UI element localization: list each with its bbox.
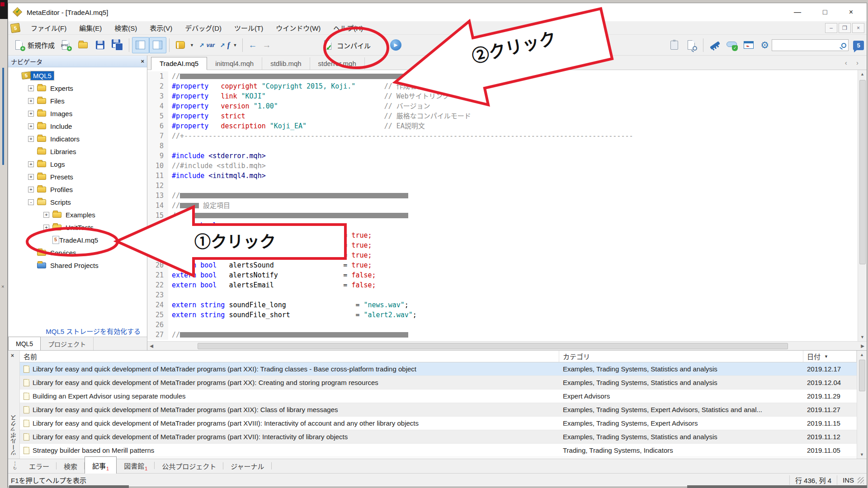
panel-mini-buttons[interactable]: ¦↻ <box>10 461 20 471</box>
column-header-name[interactable]: 名前 <box>20 351 559 362</box>
tree-item-include[interactable]: +Include <box>8 120 147 132</box>
paste-button[interactable] <box>666 37 683 53</box>
tree-item-profiles[interactable]: +Profiles <box>8 183 147 196</box>
menu-item-6[interactable]: ウインドウ(W) <box>269 23 327 34</box>
scrollbar-thumb[interactable] <box>198 343 788 349</box>
scroll-right-icon[interactable]: ▶ <box>859 343 867 348</box>
toolbox-tab-エラー[interactable]: エラー <box>22 459 57 473</box>
tree-item-indicators[interactable]: +Indicators <box>8 132 147 145</box>
insert-function-button[interactable]: ➚f▼ <box>217 38 240 52</box>
close-button[interactable]: × <box>849 8 853 16</box>
tree-item-services[interactable]: Services <box>8 246 147 259</box>
search-input[interactable] <box>772 39 849 51</box>
mdi-minimize-button[interactable]: – <box>825 23 837 33</box>
save-button[interactable] <box>92 37 109 53</box>
editor-tab-stderror-mqh[interactable]: stderror.mqh <box>310 57 365 70</box>
scrollbar-thumb[interactable] <box>859 80 866 264</box>
editor-horizontal-scrollbar[interactable]: ◀ ▶ <box>147 341 867 350</box>
menu-item-0[interactable]: ファイル(F) <box>24 23 73 34</box>
new-file-button[interactable]: + 新規作成 <box>11 37 57 53</box>
menu-item-3[interactable]: 表示(V) <box>143 23 179 34</box>
maximize-button[interactable]: □ <box>823 8 827 16</box>
tree-item-shared-projects[interactable]: Shared Projects <box>8 259 147 272</box>
navigate-forward-button[interactable]: → <box>259 38 274 52</box>
open-terminal-button[interactable] <box>741 37 758 53</box>
tree-expander-icon[interactable]: + <box>28 111 34 117</box>
table-row[interactable]: Library for easy and quick development o… <box>20 403 857 417</box>
styler-button[interactable] <box>706 37 723 53</box>
mql5-storage-link[interactable]: MQL5 ストレージを有効化する <box>8 325 147 337</box>
tree-item-images[interactable]: +Images <box>8 107 147 120</box>
tree-expander-icon[interactable]: + <box>28 161 34 167</box>
tree-item-presets[interactable]: +Presets <box>8 170 147 183</box>
tree-item-files[interactable]: +Files <box>8 94 147 107</box>
minimize-button[interactable]: — <box>794 8 801 16</box>
column-header-category[interactable]: カテゴリ <box>559 351 803 362</box>
tree-expander-icon[interactable]: + <box>28 123 34 129</box>
resize-grip[interactable] <box>858 477 864 483</box>
tree-expander-icon[interactable]: + <box>28 98 34 104</box>
scroll-down-icon[interactable]: ▼ <box>860 333 864 341</box>
table-row[interactable]: Library for easy and quick development o… <box>20 417 857 430</box>
toolbox-tab-図書館[interactable]: 図書館1 <box>117 459 155 474</box>
tree-item-scripts[interactable]: -Scripts <box>8 196 147 208</box>
navigator-tab-mql5[interactable]: MQL5 <box>8 337 41 350</box>
toolbox-vertical-scrollbar[interactable]: ▲ ▼ <box>857 351 867 459</box>
toolbox-close-icon[interactable]: × <box>11 352 14 359</box>
menu-item-7[interactable]: ヘルプ(H) <box>327 23 369 34</box>
start-debug-button[interactable]: ▶ <box>390 39 401 51</box>
table-row[interactable]: Building an Expert Advisor using separat… <box>20 389 857 403</box>
mql5-community-icon[interactable]: 5 <box>853 41 864 50</box>
navigator-close-icon[interactable]: × <box>141 58 144 65</box>
settings-button[interactable]: ⚙ <box>758 37 772 53</box>
table-row[interactable]: Strategy builder based on Merill pattern… <box>20 444 857 457</box>
editor-tab-stdlib-mqh[interactable]: stdlib.mqh <box>262 57 310 70</box>
tree-expander-icon[interactable]: + <box>28 85 34 91</box>
tree-item-logs[interactable]: +Logs <box>8 158 147 170</box>
code-editor[interactable]: 1//2#property copyright "Copyright 2015,… <box>147 70 858 341</box>
tree-item-libraries[interactable]: Libraries <box>8 145 147 158</box>
search-icon[interactable] <box>841 43 846 48</box>
toolbox-tab-記事[interactable]: 記事1 <box>85 456 117 474</box>
compile-button[interactable]: ✓ コンパイル <box>319 37 374 53</box>
tree-item-mql5[interactable]: 5MQL5 <box>8 69 147 82</box>
snippets-button[interactable]: ▼ <box>172 37 197 53</box>
navigate-back-button[interactable]: ← <box>245 38 259 52</box>
toolbox-tab-検索[interactable]: 検索 <box>57 459 85 473</box>
scroll-left-icon[interactable]: ◀ <box>147 343 156 348</box>
scroll-up-icon[interactable]: ▲ <box>860 70 864 78</box>
scroll-up-icon[interactable]: ▲ <box>860 351 864 359</box>
menu-item-4[interactable]: デバッグ(D) <box>179 23 228 34</box>
scroll-down-icon[interactable]: ▼ <box>860 450 864 459</box>
open-file-button[interactable] <box>75 37 92 53</box>
menu-item-1[interactable]: 編集(E) <box>73 23 108 34</box>
menu-item-2[interactable]: 検索(S) <box>108 23 143 34</box>
editor-vertical-scrollbar[interactable]: ▲ ▼ <box>858 70 867 341</box>
tab-scroll-chevrons[interactable]: ‹ › <box>845 59 862 66</box>
tree-expander-icon[interactable]: + <box>28 136 34 142</box>
mdi-close-button[interactable]: × <box>852 23 864 33</box>
navigator-tab-プロジェクト[interactable]: プロジェクト <box>41 337 94 350</box>
scrollbar-thumb[interactable] <box>859 360 865 391</box>
tree-item-examples[interactable]: +Examples <box>8 208 147 221</box>
tree-item-experts[interactable]: +Experts <box>8 82 147 94</box>
table-row[interactable]: Library for easy and quick development o… <box>20 430 857 444</box>
editor-tab-initmql4-mqh[interactable]: initmql4.mqh <box>207 57 262 70</box>
menu-item-5[interactable]: ツール(T) <box>228 23 269 34</box>
toggle-navigator-button[interactable] <box>132 37 149 53</box>
mdi-restore-button[interactable]: ❐ <box>839 23 851 33</box>
tree-expander-icon[interactable]: - <box>28 199 34 205</box>
tree-expander-icon[interactable]: + <box>28 187 34 192</box>
save-all-button[interactable] <box>109 37 126 53</box>
find-in-files-button[interactable] <box>683 37 700 53</box>
column-header-date[interactable]: 日付▼ <box>803 351 857 362</box>
insert-variable-button[interactable]: ➚var <box>197 39 217 51</box>
table-row[interactable]: Library for easy and quick development o… <box>20 362 857 376</box>
mql5-storage-button[interactable]: ✓ <box>723 37 741 53</box>
toolbox-tab-ジャーナル[interactable]: ジャーナル <box>223 459 271 473</box>
tree-expander-icon[interactable]: + <box>28 174 34 180</box>
editor-tab-tradeai-mq5[interactable]: TradeAI.mq5 <box>151 57 207 70</box>
table-row[interactable]: Library for easy and quick development o… <box>20 376 857 389</box>
tree-expander-icon[interactable]: + <box>43 225 49 230</box>
new-project-button[interactable]: proj+ <box>57 37 75 53</box>
